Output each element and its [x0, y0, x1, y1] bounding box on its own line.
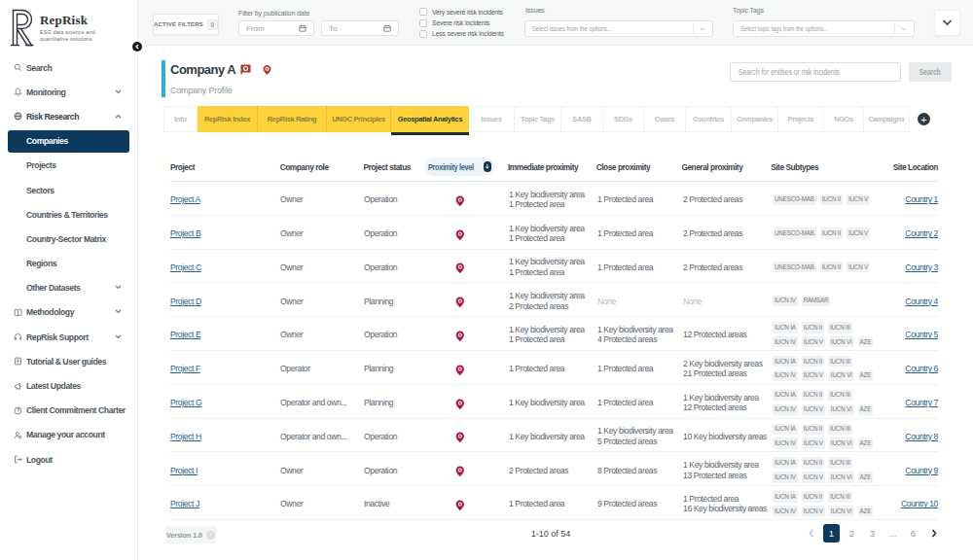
- svg-text:?: ?: [17, 408, 19, 413]
